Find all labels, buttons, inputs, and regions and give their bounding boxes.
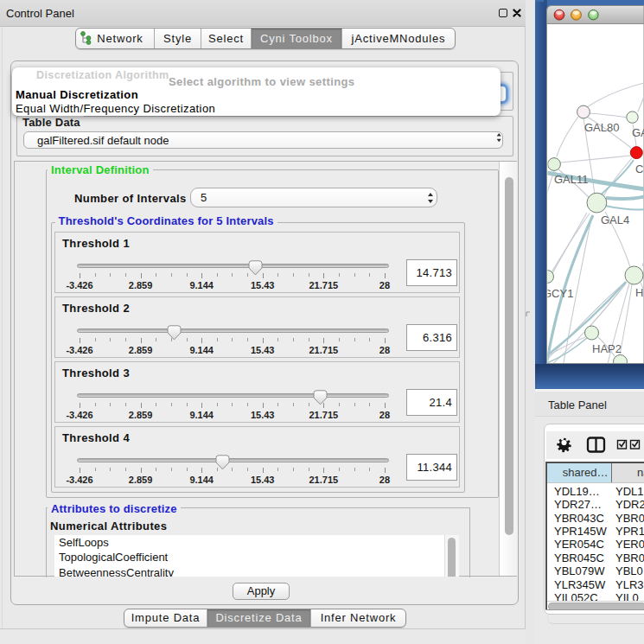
svg-text:GAL4: GAL4 xyxy=(601,214,629,226)
svg-text:GA: GA xyxy=(632,126,644,139)
svg-text:HAP2: HAP2 xyxy=(592,342,622,355)
svg-text:C: C xyxy=(635,163,643,175)
svg-text:GAL80: GAL80 xyxy=(584,121,619,134)
svg-text:GAL11: GAL11 xyxy=(554,173,589,186)
svg-text:H: H xyxy=(635,286,643,299)
